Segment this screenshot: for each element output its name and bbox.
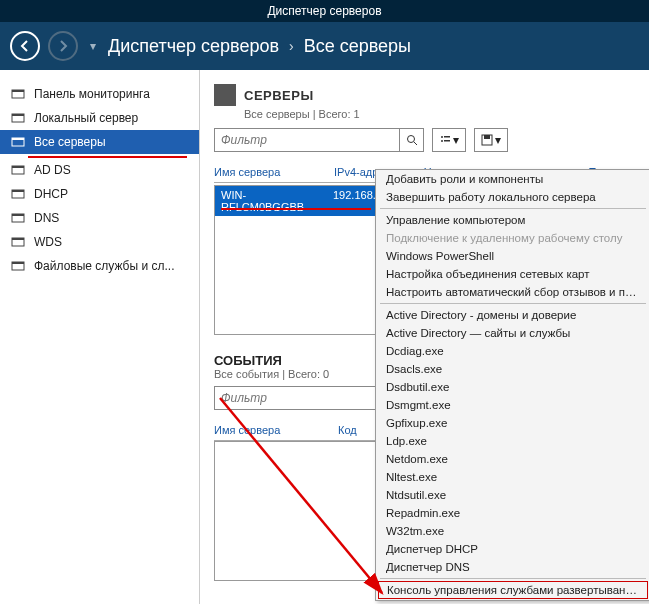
svg-rect-15	[12, 262, 24, 264]
context-menu-item[interactable]: Настройка объединения сетевых карт	[376, 265, 649, 283]
breadcrumb: Диспетчер серверов › Все серверы	[108, 36, 411, 57]
sidebar-item-label: WDS	[34, 235, 62, 249]
svg-line-17	[414, 142, 417, 145]
sidebar-item-5[interactable]: DNS	[0, 206, 199, 230]
context-menu-item[interactable]: Ntdsutil.exe	[376, 486, 649, 504]
context-menu-item[interactable]: Настроить автоматический сбор отзывов и …	[376, 283, 649, 301]
server-icon	[10, 110, 26, 126]
servers-filter-input[interactable]	[215, 133, 399, 147]
sidebar-item-6[interactable]: WDS	[0, 230, 199, 254]
breadcrumb-sep-icon: ›	[289, 38, 294, 54]
context-menu-separator	[380, 208, 646, 209]
sidebar-item-0[interactable]: Панель мониторинга	[0, 82, 199, 106]
dashboard-icon	[10, 86, 26, 102]
col-event-server[interactable]: Имя сервера	[214, 424, 314, 436]
context-menu-item[interactable]: Active Directory - домены и доверие	[376, 306, 649, 324]
svg-rect-7	[12, 166, 24, 168]
context-menu-item[interactable]: Netdom.exe	[376, 450, 649, 468]
svg-rect-11	[12, 214, 24, 216]
svg-point-20	[441, 140, 443, 142]
annotation-red-underline	[221, 208, 371, 210]
svg-rect-9	[12, 190, 24, 192]
file-services-icon	[10, 258, 26, 274]
context-menu-item[interactable]: Управление компьютером	[376, 211, 649, 229]
dns-icon	[10, 210, 26, 226]
context-menu-item[interactable]: Добавить роли и компоненты	[376, 170, 649, 188]
sidebar-item-label: Все серверы	[34, 135, 106, 149]
col-server-name[interactable]: Имя сервера	[214, 166, 314, 178]
svg-rect-3	[12, 114, 24, 116]
context-menu-item[interactable]: Windows PowerShell	[376, 247, 649, 265]
window-title-bar: Диспетчер серверов	[0, 0, 649, 22]
columns-button[interactable]: ▾	[432, 128, 466, 152]
context-menu-item[interactable]: Dcdiag.exe	[376, 342, 649, 360]
svg-rect-23	[484, 135, 490, 139]
dhcp-icon	[10, 186, 26, 202]
context-menu-item[interactable]: Завершить работу локального сервера	[376, 188, 649, 206]
sidebar-item-label: DNS	[34, 211, 59, 225]
servers-section-title: СЕРВЕРЫ	[244, 88, 314, 103]
svg-rect-1	[12, 90, 24, 92]
all-servers-icon	[10, 134, 26, 150]
chevron-down-icon: ▾	[453, 133, 459, 147]
sidebar: Панель мониторингаЛокальный серверВсе се…	[0, 70, 200, 604]
servers-section-subtitle: Все серверы | Всего: 1	[244, 108, 645, 120]
svg-point-16	[407, 136, 414, 143]
chevron-down-icon: ▾	[495, 133, 501, 147]
history-dropdown-icon[interactable]: ▾	[86, 39, 100, 53]
window-title: Диспетчер серверов	[267, 4, 381, 18]
context-menu-item[interactable]: Dsdbutil.exe	[376, 378, 649, 396]
header-bar: ▾ Диспетчер серверов › Все серверы	[0, 22, 649, 70]
sidebar-item-label: Локальный сервер	[34, 111, 138, 125]
servers-filter-box[interactable]	[214, 128, 424, 152]
wds-icon	[10, 234, 26, 250]
forward-button[interactable]	[48, 31, 78, 61]
adds-icon	[10, 162, 26, 178]
breadcrumb-root[interactable]: Диспетчер серверов	[108, 36, 279, 57]
svg-rect-21	[444, 140, 450, 142]
sidebar-item-label: AD DS	[34, 163, 71, 177]
sidebar-item-2[interactable]: Все серверы	[0, 130, 199, 154]
sidebar-item-4[interactable]: DHCP	[0, 182, 199, 206]
sidebar-item-label: Панель мониторинга	[34, 87, 150, 101]
context-menu-item[interactable]: Консоль управления службами развертывани…	[378, 581, 648, 599]
context-menu-item[interactable]: Dsmgmt.exe	[376, 396, 649, 414]
back-button[interactable]	[10, 31, 40, 61]
sidebar-item-7[interactable]: Файловые службы и сл...	[0, 254, 199, 278]
context-menu-item[interactable]: Gpfixup.exe	[376, 414, 649, 432]
sidebar-item-1[interactable]: Локальный сервер	[0, 106, 199, 130]
context-menu-item[interactable]: Ldp.exe	[376, 432, 649, 450]
events-filter-input[interactable]	[215, 391, 399, 405]
context-menu-item[interactable]: Active Directory — сайты и службы	[376, 324, 649, 342]
context-menu-separator	[380, 578, 646, 579]
breadcrumb-current[interactable]: Все серверы	[304, 36, 411, 57]
save-filter-button[interactable]: ▾	[474, 128, 508, 152]
sidebar-item-label: DHCP	[34, 187, 68, 201]
sidebar-item-label: Файловые службы и сл...	[34, 259, 175, 273]
svg-rect-13	[12, 238, 24, 240]
context-menu-item: Подключение к удаленному рабочему столу	[376, 229, 649, 247]
context-menu-separator	[380, 303, 646, 304]
svg-rect-19	[444, 136, 450, 138]
col-event-code[interactable]: Код	[338, 424, 378, 436]
svg-point-18	[441, 136, 443, 138]
servers-section-icon	[214, 84, 236, 106]
context-menu-item[interactable]: Dsacls.exe	[376, 360, 649, 378]
context-menu-item[interactable]: Repadmin.exe	[376, 504, 649, 522]
context-menu-item[interactable]: Диспетчер DHCP	[376, 540, 649, 558]
context-menu: Добавить роли и компонентыЗавершить рабо…	[375, 169, 649, 601]
context-menu-item[interactable]: W32tm.exe	[376, 522, 649, 540]
context-menu-item[interactable]: Nltest.exe	[376, 468, 649, 486]
sidebar-item-3[interactable]: AD DS	[0, 158, 199, 182]
search-icon[interactable]	[399, 129, 423, 151]
context-menu-item[interactable]: Диспетчер DNS	[376, 558, 649, 576]
svg-rect-5	[12, 138, 24, 140]
